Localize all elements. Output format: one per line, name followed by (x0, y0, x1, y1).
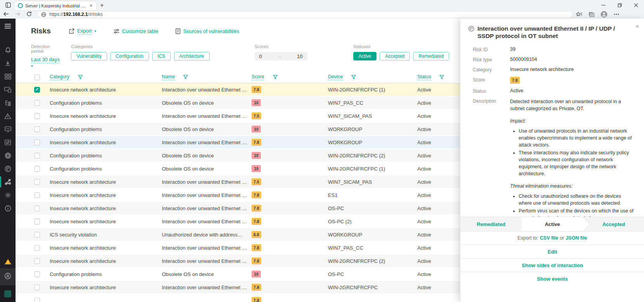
row-checkbox[interactable] (34, 166, 40, 172)
filter-funnel-icon[interactable] (78, 75, 83, 79)
table-row[interactable]: Configuration problems Obsolete OS on de… (16, 268, 460, 281)
category-chip-configuration[interactable]: Configuration (110, 52, 149, 60)
table-row[interactable]: Insecure network architecture Interactio… (16, 176, 460, 189)
score-min[interactable]: 0 (259, 53, 262, 59)
table-row[interactable]: Configuration problems Obsolete OS on de… (16, 162, 460, 176)
browser-tab[interactable]: Server | Kaspersky Industrial Cyb... × (15, 1, 96, 10)
category-chip-architecture[interactable]: Architecture (174, 52, 210, 60)
license-warning-icon[interactable] (0, 255, 16, 268)
events-warning-icon[interactable] (0, 109, 16, 123)
refresh-icon[interactable] (23, 11, 35, 18)
close-window-icon[interactable] (628, 0, 644, 10)
web-globe-icon[interactable] (0, 149, 16, 162)
row-checkbox[interactable] (34, 285, 40, 290)
score-range-input[interactable]: 0 → 10 (255, 52, 307, 60)
url-bar[interactable]: https://192.168.2.1/#/risks (37, 11, 573, 18)
edit-button[interactable]: Edit (460, 245, 644, 258)
data-transfer-icon[interactable] (0, 136, 16, 149)
table-row[interactable]: Insecure network architecture Interactio… (16, 281, 460, 294)
row-checkbox[interactable] (34, 298, 40, 302)
monitoring-icon[interactable] (0, 123, 16, 136)
column-category[interactable]: Category (50, 74, 69, 80)
menu-icon[interactable] (0, 19, 16, 33)
notifications-bell-icon[interactable] (0, 43, 16, 57)
menu-ellipsis-icon[interactable] (614, 14, 619, 15)
table-row[interactable]: Insecure network architecture Interactio… (16, 136, 460, 149)
row-checkbox[interactable] (34, 205, 40, 211)
category-chip-vulnerability[interactable]: Vulnerability (71, 52, 107, 60)
score-max[interactable]: 10 (297, 53, 302, 59)
column-score[interactable]: Score (252, 74, 264, 80)
row-checkbox[interactable] (34, 192, 40, 198)
favorites-star-icon[interactable] (576, 12, 582, 17)
dashboard-icon[interactable] (0, 70, 16, 83)
close-icon[interactable]: × (635, 23, 639, 29)
row-checkbox[interactable] (34, 232, 40, 238)
assets-devices-icon[interactable] (0, 83, 16, 96)
table-row[interactable]: ICS security violation Unauthorized devi… (16, 228, 460, 242)
filter-funnel-icon[interactable] (183, 75, 188, 79)
minimize-icon[interactable] (595, 0, 611, 10)
json-file-link[interactable]: JSON file (566, 235, 587, 241)
row-checkbox[interactable] (34, 140, 40, 145)
row-checkbox[interactable] (34, 100, 40, 106)
table-row[interactable]: Insecure network architecture Interactio… (16, 255, 460, 268)
status-option-accepted[interactable]: Accepted (583, 217, 644, 231)
status-option-remediated[interactable]: Remediated (460, 217, 522, 231)
export-button[interactable]: Export ▾ (69, 28, 96, 35)
maximize-icon[interactable] (611, 0, 628, 10)
back-icon[interactable] (0, 11, 12, 17)
settings-gear-icon[interactable] (0, 188, 16, 202)
table-row[interactable]: Insecure network architecture Interactio… (16, 242, 460, 255)
filter-funnel-icon[interactable] (273, 75, 278, 79)
row-checkbox[interactable] (34, 258, 40, 264)
row-checkbox[interactable] (34, 113, 40, 119)
table-row[interactable]: 7.8 (16, 294, 460, 302)
table-row[interactable]: Insecure network architecture Interactio… (16, 83, 460, 97)
account-user-icon[interactable] (4, 273, 11, 281)
row-checkbox[interactable] (34, 271, 40, 277)
row-checkbox[interactable] (34, 179, 40, 185)
interaction-graph-icon[interactable] (0, 175, 16, 188)
table-row[interactable]: Configuration problems Obsolete OS on de… (16, 123, 460, 136)
column-device[interactable]: Device (328, 74, 343, 80)
status-chip-remediated[interactable]: Remediated (413, 52, 449, 60)
row-checkbox[interactable] (34, 219, 40, 224)
table-row[interactable]: Insecure network architecture Interactio… (16, 110, 460, 123)
column-name[interactable]: Name (162, 74, 175, 80)
customize-table-button[interactable]: Customize table (113, 28, 158, 34)
tab-layout-icon[interactable] (3, 1, 13, 9)
column-status[interactable]: Status (417, 74, 431, 80)
show-sides-of-interaction-button[interactable]: Show sides of interaction (460, 258, 644, 272)
downloads-icon[interactable] (0, 57, 16, 70)
collections-icon[interactable] (588, 12, 594, 17)
row-checkbox[interactable] (34, 245, 40, 251)
status-chip-active[interactable]: Active (353, 52, 377, 60)
tab-close-icon[interactable]: × (89, 3, 93, 8)
filter-funnel-icon[interactable] (351, 75, 356, 79)
table-row[interactable]: Insecure network architecture Interactio… (16, 202, 460, 215)
category-chip-ics[interactable]: ICS (152, 52, 171, 60)
row-checkbox[interactable] (34, 87, 40, 93)
risk-title: Interaction over unwanted Ethernet II / … (477, 25, 627, 40)
csv-file-link[interactable]: CSV file (540, 235, 558, 241)
sources-of-vulnerabilities-button[interactable]: Sources of vulnerabilities (175, 28, 240, 34)
profile-avatar-icon[interactable] (601, 11, 608, 18)
table-row[interactable]: Insecure network architecture Interactio… (16, 215, 460, 228)
show-events-button[interactable]: Show events (460, 272, 644, 285)
select-all-checkbox[interactable] (34, 74, 40, 80)
new-tab-button[interactable]: + (100, 2, 104, 9)
table-row[interactable]: Configuration problems Obsolete OS on de… (16, 97, 460, 110)
status-chip-accepted[interactable]: Accepted (380, 52, 410, 60)
table-row[interactable]: Configuration problems Obsolete OS on de… (16, 149, 460, 162)
detection-period-select[interactable]: Last 30 days ▾ (31, 57, 60, 68)
network-tree-icon[interactable] (0, 96, 16, 109)
filter-funnel-icon[interactable] (439, 75, 444, 79)
about-info-icon[interactable] (0, 202, 16, 215)
row-checkbox[interactable] (34, 153, 40, 159)
forward-icon[interactable] (12, 11, 23, 17)
row-checkbox[interactable] (34, 126, 40, 132)
risks-target-icon[interactable] (0, 162, 16, 175)
status-option-active[interactable]: Active (522, 217, 583, 231)
table-row[interactable]: Insecure network architecture Interactio… (16, 189, 460, 202)
